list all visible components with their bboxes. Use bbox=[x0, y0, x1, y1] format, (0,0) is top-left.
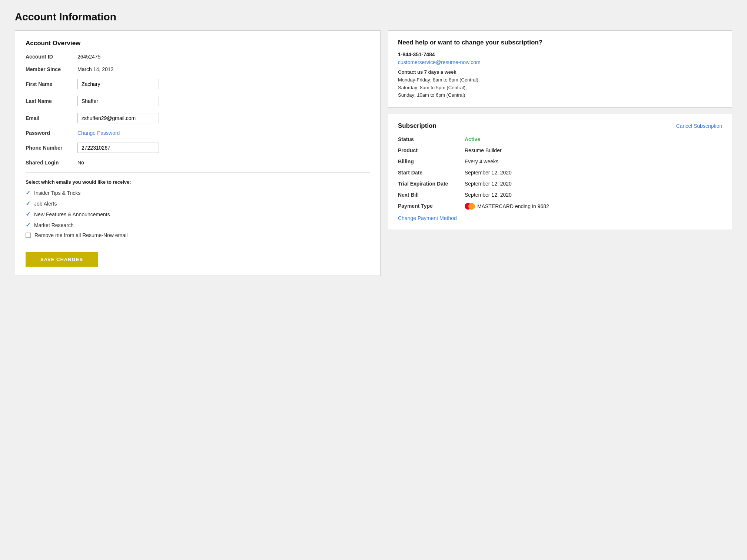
password-label: Password bbox=[26, 130, 77, 136]
checkbox-market-research[interactable]: ✓ Market Research bbox=[26, 221, 370, 229]
account-overview-title: Account Overview bbox=[26, 40, 370, 47]
sub-payment-type-value: MASTERCARD ending in 9682 bbox=[465, 203, 549, 210]
change-payment-row: Change Payment Method bbox=[398, 215, 722, 221]
mastercard-text: MASTERCARD ending in 9682 bbox=[477, 203, 549, 209]
sub-start-date-row: Start Date September 12, 2020 bbox=[398, 170, 722, 176]
sub-trial-exp-value: September 12, 2020 bbox=[465, 181, 512, 187]
first-name-row: First Name bbox=[26, 79, 370, 89]
account-id-label: Account ID bbox=[26, 54, 77, 60]
account-id-row: Account ID 26452475 bbox=[26, 54, 370, 60]
shared-login-label: Shared Login bbox=[26, 160, 77, 166]
sub-next-bill-label: Next Bill bbox=[398, 192, 465, 198]
save-changes-button[interactable]: SAVE CHANGES bbox=[26, 252, 98, 267]
sub-billing-row: Billing Every 4 weeks bbox=[398, 159, 722, 164]
checkbox-new-features[interactable]: ✓ New Features & Announcements bbox=[26, 211, 370, 218]
cancel-subscription-link[interactable]: Cancel Subscription bbox=[676, 123, 722, 129]
checkbox-unchecked-remove bbox=[26, 233, 31, 238]
email-row: Email bbox=[26, 113, 370, 123]
sub-start-date-label: Start Date bbox=[398, 170, 465, 176]
sub-next-bill-value: September 12, 2020 bbox=[465, 192, 512, 198]
sub-status-label: Status bbox=[398, 136, 465, 142]
last-name-input[interactable] bbox=[77, 96, 159, 106]
sub-billing-value: Every 4 weeks bbox=[465, 159, 498, 164]
checkbox-label-remove: Remove me from all Resume-Now email bbox=[34, 232, 127, 238]
member-since-value: March 14, 2012 bbox=[77, 66, 113, 72]
sub-status-row: Status Active bbox=[398, 136, 722, 142]
help-title: Need help or want to change your subscri… bbox=[398, 39, 722, 46]
schedule-line2: Saturday: 8am to 5pm (Central), bbox=[398, 85, 467, 90]
check-icon-insider: ✓ bbox=[26, 189, 30, 196]
checkbox-label-new-features: New Features & Announcements bbox=[34, 211, 110, 217]
main-container: Account Overview Account ID 26452475 Mem… bbox=[15, 30, 732, 276]
sub-payment-type-row: Payment Type MASTERCARD ending in 9682 bbox=[398, 203, 722, 210]
right-panel: Need help or want to change your subscri… bbox=[388, 30, 732, 230]
left-panel: Account Overview Account ID 26452475 Mem… bbox=[15, 30, 381, 276]
member-since-label: Member Since bbox=[26, 66, 77, 72]
sub-next-bill-row: Next Bill September 12, 2020 bbox=[398, 192, 722, 198]
sub-trial-exp-label: Trial Expiration Date bbox=[398, 181, 465, 187]
sub-product-label: Product bbox=[398, 147, 465, 153]
checkbox-insider-tips[interactable]: ✓ Insider Tips & Tricks bbox=[26, 189, 370, 196]
support-phone: 1-844-351-7484 bbox=[398, 51, 722, 57]
sub-payment-type-label: Payment Type bbox=[398, 203, 465, 210]
password-row: Password Change Password bbox=[26, 130, 370, 136]
sub-start-date-value: September 12, 2020 bbox=[465, 170, 512, 176]
subscription-header: Subscription Cancel Subscription bbox=[398, 122, 722, 130]
check-icon-job-alerts: ✓ bbox=[26, 200, 30, 207]
shared-login-row: Shared Login No bbox=[26, 160, 370, 166]
email-section-title: Select which emails you would like to re… bbox=[26, 179, 370, 185]
divider bbox=[26, 172, 370, 173]
checkbox-remove-email[interactable]: Remove me from all Resume-Now email bbox=[26, 232, 370, 238]
phone-label: Phone Number bbox=[26, 145, 77, 151]
check-icon-market-research: ✓ bbox=[26, 221, 30, 229]
check-icon-new-features: ✓ bbox=[26, 211, 30, 218]
first-name-label: First Name bbox=[26, 81, 77, 87]
first-name-input[interactable] bbox=[77, 79, 159, 89]
last-name-label: Last Name bbox=[26, 98, 77, 104]
change-password-link[interactable]: Change Password bbox=[77, 130, 120, 136]
sub-product-row: Product Resume Builder bbox=[398, 147, 722, 153]
subscription-title: Subscription bbox=[398, 122, 436, 130]
change-payment-link[interactable]: Change Payment Method bbox=[398, 215, 457, 221]
phone-row: Phone Number bbox=[26, 143, 370, 153]
mastercard-circle-right bbox=[468, 203, 475, 210]
subscription-box: Subscription Cancel Subscription Status … bbox=[388, 114, 732, 230]
shared-login-value: No bbox=[77, 160, 84, 166]
email-input[interactable] bbox=[77, 113, 159, 123]
email-label: Email bbox=[26, 115, 77, 121]
schedule-line3: Sunday: 10am to 6pm (Central) bbox=[398, 92, 465, 98]
mastercard-icon bbox=[465, 203, 475, 210]
help-box: Need help or want to change your subscri… bbox=[388, 30, 732, 108]
account-id-value: 26452475 bbox=[77, 54, 100, 60]
page-title: Account Information bbox=[15, 11, 732, 23]
checkbox-label-insider: Insider Tips & Tricks bbox=[34, 190, 80, 196]
checkbox-job-alerts[interactable]: ✓ Job Alerts bbox=[26, 200, 370, 207]
sub-trial-exp-row: Trial Expiration Date September 12, 2020 bbox=[398, 181, 722, 187]
member-since-row: Member Since March 14, 2012 bbox=[26, 66, 370, 72]
checkbox-label-market-research: Market Research bbox=[34, 222, 74, 228]
sub-product-value: Resume Builder bbox=[465, 147, 502, 153]
checkbox-label-job-alerts: Job Alerts bbox=[34, 201, 57, 207]
support-email[interactable]: customerservice@resume-now.com bbox=[398, 59, 481, 65]
sub-status-value: Active bbox=[465, 136, 480, 142]
phone-input[interactable] bbox=[77, 143, 159, 153]
contact-schedule: Contact us 7 days a week Monday-Friday: … bbox=[398, 69, 722, 99]
schedule-line1: Monday-Friday: 8am to 8pm (Central), bbox=[398, 77, 479, 83]
last-name-row: Last Name bbox=[26, 96, 370, 106]
sub-billing-label: Billing bbox=[398, 159, 465, 164]
contact-days: Contact us 7 days a week bbox=[398, 69, 456, 75]
